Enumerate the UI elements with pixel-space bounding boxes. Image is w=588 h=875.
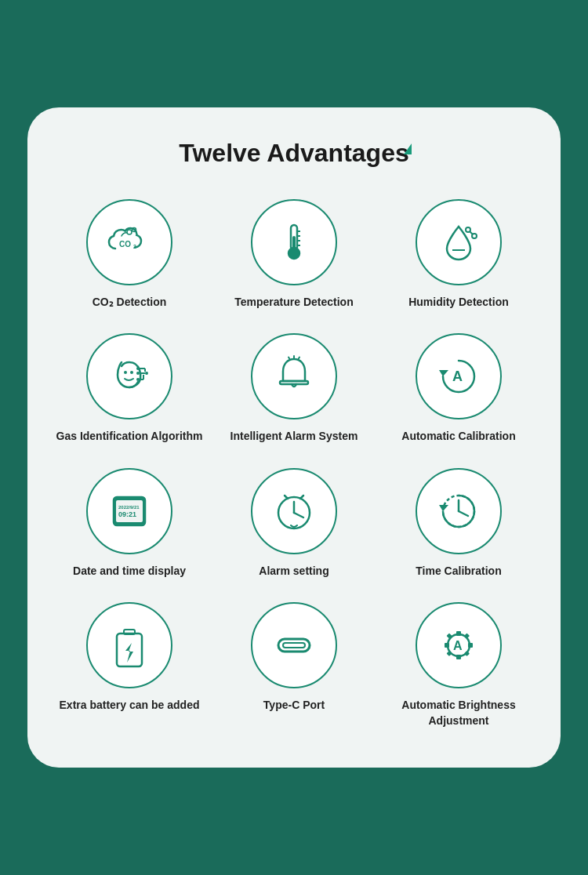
item-temperature-detection: Temperature Detection (216, 199, 372, 310)
item-extra-battery: Extra battery can be added (51, 602, 208, 728)
brightness-icon-circle: A (416, 602, 502, 688)
svg-point-21 (136, 367, 140, 370)
temperature-icon (270, 219, 318, 266)
temperature-label: Temperature Detection (234, 295, 353, 310)
svg-text:2: 2 (133, 244, 136, 249)
svg-point-24 (124, 371, 127, 374)
svg-rect-49 (456, 631, 461, 636)
auto-cal-icon: A (435, 353, 482, 400)
alarm-setting-icon-circle (251, 468, 337, 554)
svg-text:2022/9/21: 2022/9/21 (118, 505, 140, 510)
svg-text:09:21: 09:21 (118, 510, 136, 518)
gas-label: Gas Identification Algorithm (56, 429, 203, 445)
svg-rect-56 (464, 651, 470, 656)
svg-rect-55 (446, 651, 452, 656)
item-co2-detection: CO 2 CO₂ Detection (51, 199, 208, 310)
svg-point-25 (130, 371, 133, 374)
time-cal-label: Time Calibration (416, 564, 501, 579)
svg-text:A: A (452, 369, 463, 384)
brightness-icon: A (435, 622, 482, 669)
svg-rect-26 (280, 381, 308, 384)
humidity-icon (435, 219, 482, 266)
item-alarm-setting: Alarm setting (216, 468, 372, 579)
svg-rect-47 (283, 643, 305, 648)
datetime-label: Date and time display (73, 564, 186, 579)
svg-text:A: A (453, 639, 463, 652)
typec-icon (270, 622, 318, 669)
brightness-label: Automatic Brightness Adjustment (380, 698, 537, 728)
typec-icon-circle (251, 602, 337, 688)
co2-label: CO₂ Detection (93, 295, 167, 310)
item-gas-identification: Gas Identification Algorithm (51, 333, 208, 445)
svg-point-2 (127, 230, 132, 234)
svg-rect-54 (464, 634, 470, 639)
item-typec: Type-C Port (216, 602, 372, 728)
gas-icon (106, 353, 153, 400)
alarm-icon-circle (251, 333, 337, 419)
page-title: Twelve Advantages (51, 139, 537, 168)
item-humidity-detection: Humidity Detection (380, 199, 537, 310)
svg-marker-30 (439, 370, 448, 376)
alarm-setting-icon (270, 488, 318, 535)
item-time-calibration: Time Calibration (380, 468, 537, 579)
svg-point-6 (289, 248, 299, 259)
co2-icon: CO 2 (106, 219, 153, 266)
svg-line-29 (299, 358, 300, 360)
humidity-label: Humidity Detection (408, 295, 509, 310)
card: Twelve Advantages CO 2 CO₂ Detection (27, 107, 561, 768)
advantages-grid: CO 2 CO₂ Detection (51, 199, 537, 729)
battery-icon-circle (86, 602, 172, 688)
item-automatic-calibration: A Automatic Calibration (380, 333, 537, 445)
item-date-time: 2022/9/21 09:21 Date and time display (51, 468, 208, 579)
typec-label: Type-C Port (263, 698, 325, 713)
svg-line-41 (459, 511, 468, 516)
co2-icon-circle: CO 2 (86, 199, 172, 285)
svg-line-38 (294, 513, 303, 517)
svg-rect-52 (468, 643, 473, 648)
svg-point-17 (145, 372, 148, 375)
temperature-icon-circle (251, 199, 337, 285)
alarm-icon (270, 353, 318, 400)
item-intelligent-alarm: Intelligent Alarm System (216, 333, 372, 445)
svg-marker-45 (125, 643, 133, 663)
datetime-icon: 2022/9/21 09:21 (106, 488, 153, 535)
svg-rect-44 (124, 630, 135, 634)
svg-line-28 (289, 358, 290, 360)
time-cal-icon (435, 488, 482, 535)
svg-point-18 (136, 378, 140, 381)
gas-icon-circle (86, 333, 172, 419)
svg-text:CO: CO (119, 240, 131, 249)
svg-rect-43 (117, 634, 142, 666)
auto-cal-icon-circle: A (416, 333, 502, 419)
svg-rect-50 (456, 655, 461, 659)
battery-icon (106, 622, 153, 669)
alarm-label: Intelligent Alarm System (230, 429, 358, 445)
auto-cal-label: Automatic Calibration (401, 429, 515, 445)
time-cal-icon-circle (416, 468, 502, 554)
svg-line-13 (470, 231, 473, 234)
alarm-setting-label: Alarm setting (259, 564, 328, 579)
svg-point-15 (136, 372, 140, 375)
datetime-icon-circle: 2022/9/21 09:21 (86, 468, 172, 554)
humidity-icon-circle (416, 199, 502, 285)
svg-rect-51 (445, 643, 449, 648)
svg-marker-42 (439, 505, 448, 511)
item-auto-brightness: A Automatic Brightness Adjustment (380, 602, 537, 728)
battery-label: Extra battery can be added (60, 698, 200, 713)
